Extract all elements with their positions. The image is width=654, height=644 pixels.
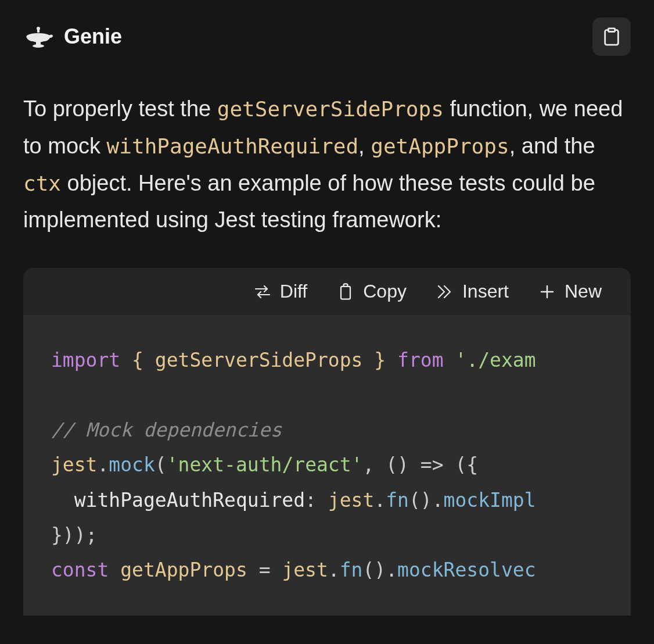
copy-to-clipboard-button[interactable] [592, 17, 631, 56]
tok-ident: getAppProps [120, 559, 247, 581]
insert-icon [436, 282, 454, 301]
tok-method: fn [340, 559, 363, 581]
inline-code-1: getServerSideProps [217, 97, 444, 121]
tok-brace: } [362, 349, 397, 371]
tok-tail: ({ [444, 453, 479, 476]
tok-brace: { [120, 349, 155, 371]
code-container: Diff Copy Insert [23, 268, 631, 615]
inline-code-4: ctx [23, 171, 61, 195]
copy-icon [336, 282, 355, 301]
header-left: Genie [23, 24, 122, 49]
code-toolbar: Diff Copy Insert [23, 268, 631, 315]
app-title: Genie [64, 24, 122, 49]
diff-icon [253, 282, 272, 301]
copy-label: Copy [363, 281, 407, 302]
tok-dot: . [328, 559, 340, 581]
tok-dot: . [97, 453, 109, 476]
response-body: To properly test the getServerSideProps … [0, 67, 654, 268]
tok-const: const [51, 559, 109, 581]
clipboard-icon [602, 27, 621, 46]
tok-method: mock [109, 453, 154, 476]
tok-ident: jest [328, 489, 374, 511]
tok-close: })); [51, 524, 97, 546]
new-label: New [565, 281, 602, 302]
diff-button[interactable]: Diff [253, 281, 307, 302]
svg-rect-3 [36, 42, 41, 45]
insert-button[interactable]: Insert [436, 281, 509, 302]
inline-code-2: withPageAuthRequired [107, 134, 358, 158]
tok-arrow: => [421, 453, 444, 476]
svg-rect-4 [608, 28, 615, 32]
tok-ident: jest [282, 559, 328, 581]
tok-paren: ( [155, 453, 167, 476]
tok-method: mockImpl [444, 489, 536, 511]
header-bar: Genie [0, 0, 654, 67]
tok-parens: (). [409, 489, 444, 511]
body-text-5: object. Here's an example of how these t… [23, 171, 595, 232]
tok-prop: withPageAuthRequired [74, 489, 305, 511]
body-text-1: To properly test the [23, 96, 217, 121]
tok-parens: (). [362, 559, 397, 581]
body-text-3: , [358, 134, 371, 158]
tok-sp [444, 349, 455, 371]
tok-import: import [51, 349, 120, 371]
tok-string: './exam [455, 349, 536, 371]
tok-comma: , () [362, 453, 420, 476]
diff-label: Diff [280, 281, 307, 302]
tok-colon: : [305, 489, 328, 511]
svg-rect-5 [341, 287, 350, 299]
tok-comment: // Mock dependencies [51, 418, 282, 441]
tok-sp [109, 559, 120, 581]
tok-method: mockResolvec [397, 559, 536, 581]
code-block: import { getServerSideProps } from './ex… [23, 315, 631, 615]
inline-code-3: getAppProps [371, 134, 509, 158]
tok-ident: getServerSideProps [155, 349, 363, 371]
plus-icon [538, 282, 556, 301]
tok-method: fn [386, 489, 409, 511]
tok-string: 'next-auth/react' [167, 453, 363, 476]
genie-lamp-icon [23, 25, 53, 48]
tok-indent [51, 489, 74, 511]
tok-dot: . [374, 489, 386, 511]
svg-rect-1 [37, 30, 39, 33]
tok-eq: = [247, 559, 282, 581]
new-button[interactable]: New [538, 281, 602, 302]
body-text-4: , and the [509, 134, 595, 158]
insert-label: Insert [462, 281, 509, 302]
tok-ident: jest [51, 453, 97, 476]
copy-button[interactable]: Copy [336, 281, 407, 302]
tok-from: from [397, 349, 443, 371]
